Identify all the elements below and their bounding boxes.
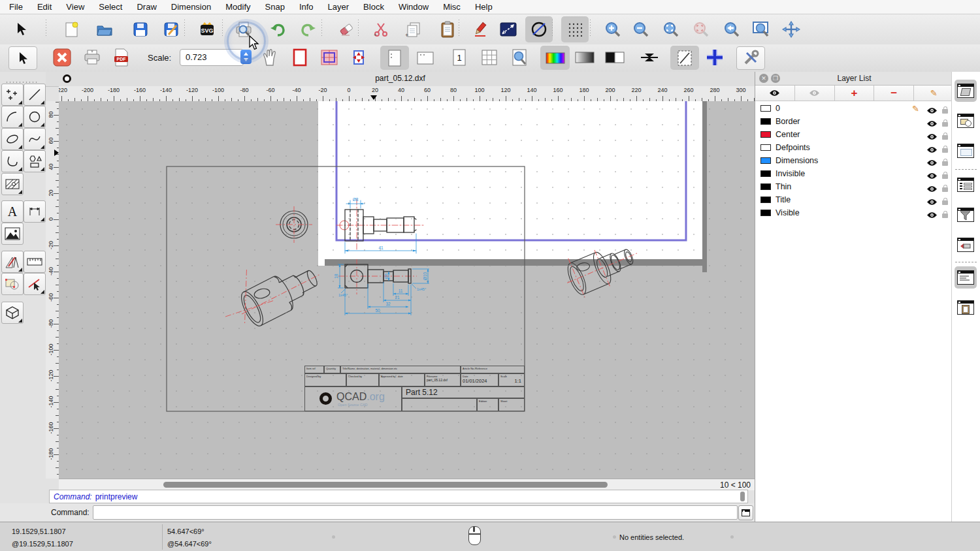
menu-draw[interactable]: Draw — [137, 2, 156, 12]
drawing-canvas[interactable]: Ø8 41 — [59, 101, 755, 479]
command-panel-toggle-button[interactable] — [738, 505, 753, 520]
remove-layer-button[interactable]: − — [874, 86, 914, 101]
menu-misc[interactable]: Misc — [443, 2, 461, 12]
restrict-angle-button[interactable] — [495, 16, 522, 42]
text-tool[interactable]: A — [1, 200, 24, 223]
layer-row-visible[interactable]: Visible — [755, 206, 953, 219]
black-white-button[interactable] — [601, 46, 629, 69]
polyline-tool[interactable] — [1, 150, 24, 172]
layer-lock-icon[interactable] — [942, 213, 948, 218]
layer-row-thin[interactable]: Thin — [755, 180, 953, 193]
hatch-tool[interactable] — [1, 173, 24, 195]
selection-tool-button-2[interactable] — [8, 46, 37, 70]
grid-toggle-button[interactable] — [561, 16, 589, 42]
menu-view[interactable]: View — [66, 2, 84, 12]
draw-aids-tool[interactable] — [1, 251, 24, 273]
measure-tool[interactable] — [24, 251, 46, 273]
reset-button[interactable] — [525, 16, 553, 42]
menu-help[interactable]: Help — [475, 2, 493, 12]
grayscale-button[interactable] — [571, 46, 598, 69]
hairline-mode-button[interactable] — [636, 46, 663, 69]
edit-layer-button[interactable]: ✎ — [914, 86, 953, 101]
svg-export-button[interactable]: SVG — [193, 16, 221, 42]
pdf-export-button[interactable]: PDF — [108, 46, 135, 69]
menu-select[interactable]: Select — [99, 2, 122, 12]
layer-lock-icon[interactable] — [942, 122, 948, 127]
print-button[interactable] — [78, 46, 106, 69]
zoom-in-button[interactable] — [599, 16, 627, 42]
selection-filter-dock-button[interactable] — [955, 204, 977, 226]
layer-row-dimensions[interactable]: Dimensions — [755, 154, 953, 167]
layer-lock-icon[interactable] — [942, 135, 948, 140]
show-all-layers-button[interactable] — [755, 86, 795, 101]
command-history[interactable]: Command:printpreview — [49, 490, 748, 503]
list-view-dock-button[interactable] — [955, 174, 977, 196]
arc-tool[interactable] — [1, 106, 24, 128]
layer-row-border[interactable]: Border — [755, 115, 953, 128]
preferences-button[interactable] — [736, 46, 765, 70]
menu-dimension[interactable]: Dimension — [171, 2, 211, 12]
layer-lock-icon[interactable] — [942, 109, 948, 114]
paper-borders-button[interactable] — [286, 46, 314, 69]
history-scrollbar[interactable] — [740, 492, 745, 501]
horizontal-scrollbar[interactable]: 10 < 100 — [59, 479, 755, 490]
circle-tool[interactable] — [24, 106, 46, 128]
menu-layer[interactable]: Layer — [328, 2, 350, 12]
menu-window[interactable]: Window — [399, 2, 429, 12]
modify-attributes-tool[interactable] — [24, 273, 46, 295]
previous-view-button[interactable] — [718, 16, 745, 42]
layer-row-center[interactable]: Center — [755, 128, 953, 141]
layer-row-0[interactable]: 0✎ — [755, 102, 953, 115]
redo-button[interactable] — [295, 16, 322, 42]
add-layer-button[interactable]: + — [835, 86, 875, 101]
modify-tool[interactable] — [1, 273, 24, 295]
landscape-button[interactable] — [411, 46, 440, 70]
menu-modify[interactable]: Modify — [225, 2, 250, 12]
dimension-tool[interactable] — [24, 200, 46, 223]
property-pen-button[interactable] — [466, 16, 494, 42]
zoom-selection-button[interactable] — [687, 16, 715, 42]
block-list-dock-button[interactable] — [955, 110, 977, 132]
open-document-button[interactable] — [91, 16, 118, 42]
zoom-window-button[interactable] — [747, 16, 775, 42]
layer-color-swatch[interactable] — [760, 170, 771, 177]
layer-row-invisible[interactable]: Invisible — [755, 167, 953, 180]
menu-info[interactable]: Info — [299, 2, 314, 12]
zoom-out-button[interactable] — [627, 16, 655, 42]
save-document-button[interactable] — [127, 16, 154, 42]
full-color-button[interactable] — [540, 46, 570, 70]
layer-visibility-icon[interactable] — [926, 210, 938, 221]
undo-button[interactable] — [264, 16, 291, 42]
auto-zoom-button[interactable] — [657, 16, 685, 42]
menu-edit[interactable]: Edit — [37, 2, 52, 12]
image-tool[interactable] — [1, 223, 24, 245]
layer-color-swatch[interactable] — [760, 131, 771, 138]
close-print-preview-button[interactable] — [48, 46, 76, 69]
copy-button[interactable]: + — [400, 16, 427, 42]
layer-color-swatch[interactable] — [760, 210, 771, 216]
layer-lock-icon[interactable] — [942, 161, 948, 166]
hide-all-layers-button[interactable] — [795, 86, 835, 101]
layer-color-swatch[interactable] — [760, 105, 771, 112]
layer-row-title[interactable]: Title — [755, 193, 953, 206]
layer-color-swatch[interactable] — [760, 118, 771, 125]
menu-snap[interactable]: Snap — [265, 2, 285, 12]
library-dock-button[interactable] — [955, 234, 977, 256]
menu-block[interactable]: Block — [363, 2, 384, 12]
command-input[interactable] — [93, 505, 738, 520]
point-display-button[interactable] — [701, 46, 728, 69]
point-tool[interactable] — [1, 84, 24, 106]
line-tool[interactable] — [24, 84, 46, 106]
command-line-dock-button[interactable] — [955, 266, 977, 289]
spline-tool[interactable] — [24, 128, 46, 150]
draft-mode-button[interactable] — [670, 46, 699, 70]
page-margins-button[interactable] — [316, 46, 343, 69]
layer-lock-icon[interactable] — [942, 174, 948, 179]
pan-button[interactable] — [777, 16, 805, 42]
layer-lock-icon[interactable] — [942, 187, 948, 192]
hscroll-thumb[interactable] — [163, 482, 608, 488]
ellipse-tool[interactable] — [1, 128, 24, 150]
layer-color-swatch[interactable] — [760, 183, 771, 190]
new-document-button[interactable] — [58, 16, 86, 42]
layer-color-swatch[interactable] — [760, 157, 771, 164]
